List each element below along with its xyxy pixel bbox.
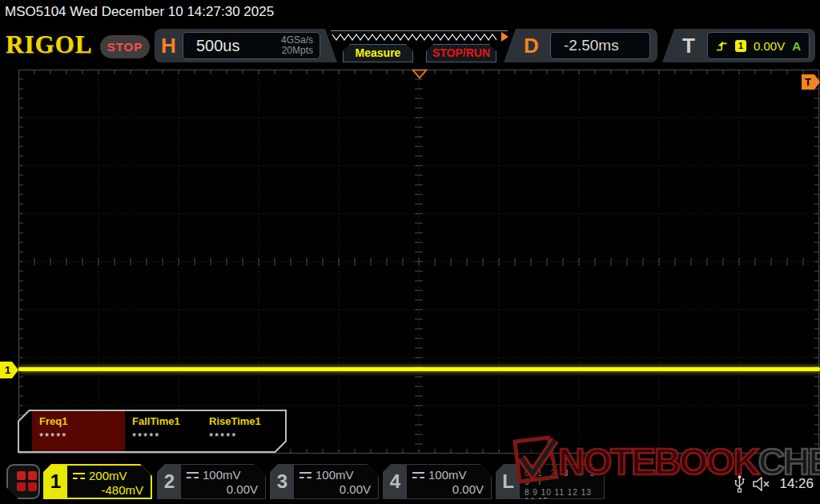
logic-channels-8-15: 8 9 10 11 12 13 14 15 [525,488,601,504]
delay-box[interactable]: -2.50ms [550,32,650,59]
trigger-box[interactable]: 1 0.00V A [707,32,810,59]
measurement-falltime1[interactable]: FallTime1 ***** [125,411,202,451]
graticule-grid [18,70,819,454]
channel1-ground-marker[interactable]: 1 [0,362,18,378]
stop-run-button[interactable]: STOP/RUN [426,44,496,62]
delay-value: -2.50ms [551,33,649,58]
channel3-scale: 100mV [316,468,354,482]
channel3-offset: 0.00V [299,482,371,496]
channel-4-box[interactable]: 4 100mV 0.00V [383,464,492,499]
channel4-offset: 0.00V [412,482,484,496]
trigger-mode-auto: A [792,39,801,53]
trigger-slope-icon [716,40,728,52]
waveform-overview-strip[interactable] [331,30,508,42]
measurement-risetime1[interactable]: RiseTime1 ***** [202,411,282,451]
measure-button[interactable]: Measure [343,44,413,62]
titlebar-model-and-datetime: MSO5104 Wed December 10 14:27:30 2025 [0,0,820,24]
dc-coupling-icon [73,473,85,479]
dc-coupling-icon [187,472,199,478]
channel-1-box[interactable]: 1 200mV -480mV [43,464,152,499]
status-clock: 14:26 [779,476,814,492]
menu-grid-icon [17,471,26,480]
trigger-panel[interactable]: T 1 0.00V A [662,29,815,62]
channel2-offset: 0.00V [187,482,258,496]
channel1-trace [18,367,820,371]
timebase-box[interactable]: 500us 4GSa/s 20Mpts [183,32,320,59]
horizontal-panel[interactable]: H 500us 4GSa/s 20Mpts [155,29,337,62]
usb-icon [734,475,745,493]
trigger-label: T [682,33,695,58]
logic-pod-box[interactable]: L 0 1 2 3 4 5 6 7 8 9 10 11 12 13 14 15 [496,464,605,499]
measurement-panel: Freq1 ***** FallTime1 ***** RiseTime1 **… [18,410,287,453]
acquisition-state-badge[interactable]: STOP [100,35,150,58]
sound-muted-icon[interactable] [753,477,771,491]
delay-panel[interactable]: D -2.50ms [504,29,657,62]
delay-label: D [524,33,539,58]
overview-position-icon [501,32,508,42]
overview-waveform-icon [331,31,508,42]
rigol-logo: RIGOL [6,30,92,59]
dc-coupling-icon [412,472,424,478]
memory-depth: 20Mpts [282,45,313,56]
channel1-scale: 200mV [89,469,127,482]
trigger-position-icon[interactable] [412,69,428,79]
channel1-offset: -480mV [73,483,143,497]
timebase-value: 500us [183,37,281,55]
horizontal-label: H [161,33,176,58]
channel-2-box[interactable]: 2 100mV 0.00V [157,464,266,499]
trigger-level-value: 0.00V [754,39,785,53]
sample-rate: 4GSa/s [281,34,313,46]
dc-coupling-icon [299,472,312,478]
main-menu-button[interactable] [6,464,40,499]
channel4-scale: 100mV [428,468,467,482]
channel2-scale: 100mV [203,468,241,482]
measurement-freq1[interactable]: Freq1 ***** [32,411,125,451]
logic-channels-0-7: 0 1 2 3 4 5 6 7 [525,469,601,486]
trigger-source-badge: 1 [735,40,746,52]
channel-3-box[interactable]: 3 100mV 0.00V [270,464,379,499]
